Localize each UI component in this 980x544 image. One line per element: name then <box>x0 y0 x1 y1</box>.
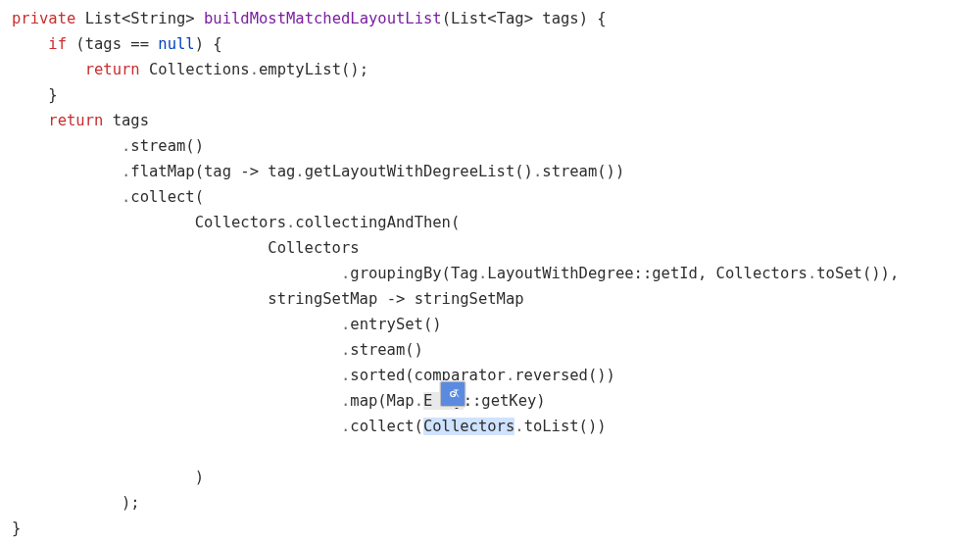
translate-glyph: G <box>445 386 461 402</box>
keyword-private: private <box>12 10 75 27</box>
keyword-if: if <box>48 35 67 53</box>
type-list: List <box>85 10 122 27</box>
selected-text[interactable]: Collectors <box>423 418 514 435</box>
keyword-return: return <box>85 61 140 78</box>
code-editor[interactable]: private List<String> buildMostMatchedLay… <box>0 0 980 541</box>
keyword-return: return <box>48 112 103 129</box>
keyword-null: null <box>158 35 194 53</box>
type-string: String <box>130 10 185 27</box>
method-name: buildMostMatchedLayoutList <box>204 10 442 27</box>
google-translate-icon[interactable]: G <box>440 381 466 407</box>
